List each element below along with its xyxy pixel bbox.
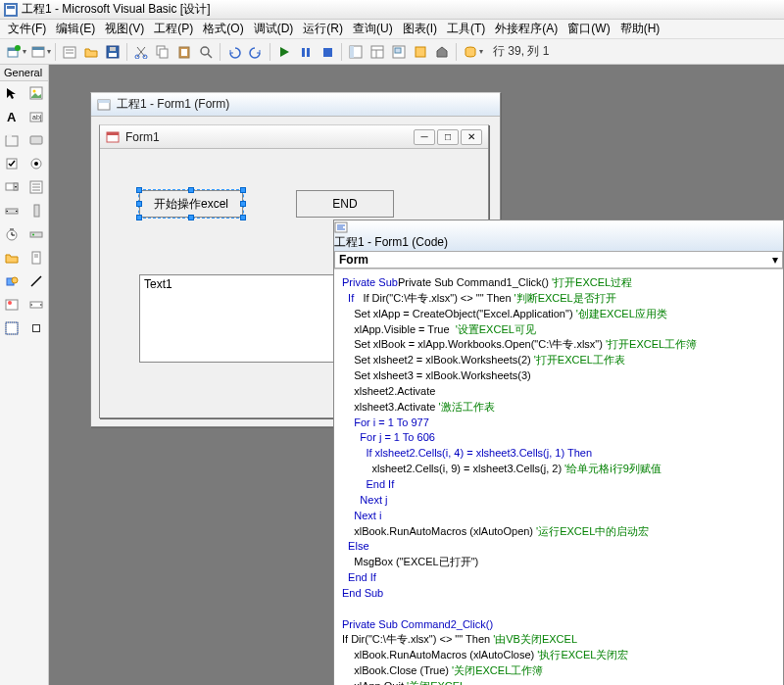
menu-chart[interactable]: 图表(I) xyxy=(399,19,441,39)
form-preview-titlebar[interactable]: Form1 ─ □ ✕ xyxy=(100,125,488,149)
svg-point-66 xyxy=(8,301,12,305)
optionbutton-tool[interactable] xyxy=(24,152,49,175)
toolbox-header: General xyxy=(0,65,48,81)
shape-tool[interactable] xyxy=(0,269,24,293)
menu-project[interactable]: 工程(P) xyxy=(150,19,197,39)
line-tool[interactable] xyxy=(24,269,49,293)
svg-rect-31 xyxy=(395,48,401,53)
image-tool[interactable] xyxy=(0,293,24,317)
svg-rect-26 xyxy=(350,46,354,58)
picturebox-tool[interactable] xyxy=(24,81,49,105)
pause-button[interactable] xyxy=(296,42,316,62)
text1-value: Text1 xyxy=(144,277,172,291)
svg-rect-41 xyxy=(30,136,42,144)
dropdown-icon[interactable]: ▾ xyxy=(47,47,51,56)
command2-button[interactable]: END xyxy=(296,190,394,218)
app-title: 工程1 - Microsoft Visual Basic [设计] xyxy=(22,1,211,18)
mdi-client-area: 工程1 - Form1 (Form) Form1 ─ □ ✕ xyxy=(49,65,784,685)
add-project-button[interactable] xyxy=(4,42,24,62)
pointer-tool[interactable] xyxy=(0,81,24,105)
commandbutton-tool[interactable] xyxy=(24,128,49,152)
menu-debug[interactable]: 调试(D) xyxy=(250,19,298,39)
form-layout-button[interactable] xyxy=(389,42,409,62)
close-button[interactable]: ✕ xyxy=(461,129,482,145)
code-combos: Form▾ xyxy=(334,251,783,269)
svg-rect-52 xyxy=(34,205,39,217)
redo-button[interactable] xyxy=(246,42,266,62)
minimize-button[interactable]: ─ xyxy=(414,129,435,145)
dirlistbox-tool[interactable] xyxy=(0,246,24,269)
listbox-tool[interactable] xyxy=(24,175,49,199)
toolbox-button[interactable] xyxy=(432,42,452,62)
svg-point-63 xyxy=(12,277,18,283)
object-browser-button[interactable] xyxy=(411,42,430,62)
svg-rect-71 xyxy=(33,325,39,331)
hscrollbar-tool[interactable] xyxy=(0,199,24,222)
object-combo-value: Form xyxy=(339,253,368,267)
menu-query[interactable]: 查询(U) xyxy=(349,19,397,39)
svg-rect-68 xyxy=(6,322,18,334)
svg-rect-56 xyxy=(10,228,14,230)
textbox-tool[interactable]: ab| xyxy=(24,105,49,128)
filelistbox-tool[interactable] xyxy=(24,246,49,269)
svg-line-64 xyxy=(31,276,41,286)
dropdown-icon[interactable]: ▾ xyxy=(479,47,483,56)
timer-tool[interactable] xyxy=(0,222,24,246)
svg-rect-65 xyxy=(6,300,18,310)
svg-rect-12 xyxy=(109,53,117,57)
label-tool[interactable]: A xyxy=(0,105,24,128)
data-tool[interactable] xyxy=(24,293,49,317)
unknown-tool[interactable] xyxy=(24,317,49,340)
data-view-button[interactable] xyxy=(461,42,480,62)
project-explorer-button[interactable] xyxy=(346,42,366,62)
separator xyxy=(341,43,342,61)
toolbox-panel: General A ab| xyxy=(0,65,49,685)
menu-addins[interactable]: 外接程序(A) xyxy=(491,19,562,39)
combobox-tool[interactable] xyxy=(0,175,24,199)
form-designer-titlebar[interactable]: 工程1 - Form1 (Form) xyxy=(91,93,500,117)
menu-editor-button[interactable] xyxy=(60,42,79,62)
menu-run[interactable]: 运行(R) xyxy=(299,19,347,39)
menu-file[interactable]: 文件(F) xyxy=(4,19,50,39)
svg-rect-24 xyxy=(323,48,332,57)
command1-button[interactable]: 开始操作excel xyxy=(139,190,243,218)
command1-caption: 开始操作excel xyxy=(154,196,228,213)
separator xyxy=(126,43,127,61)
command2-caption: END xyxy=(332,197,357,211)
form-designer-title: 工程1 - Form1 (Form) xyxy=(117,96,494,113)
checkbox-tool[interactable] xyxy=(0,152,24,175)
text1-textbox[interactable]: Text1 xyxy=(139,274,335,363)
menu-window[interactable]: 窗口(W) xyxy=(564,19,613,39)
copy-button[interactable] xyxy=(153,42,172,62)
menu-edit[interactable]: 编辑(E) xyxy=(52,19,99,39)
run-button[interactable] xyxy=(274,42,294,62)
add-form-button[interactable] xyxy=(28,42,48,62)
menu-view[interactable]: 视图(V) xyxy=(101,19,148,39)
dropdown-icon[interactable]: ▾ xyxy=(23,47,26,56)
vscrollbar-tool[interactable] xyxy=(24,199,49,222)
svg-point-58 xyxy=(32,234,34,236)
svg-rect-57 xyxy=(30,232,42,237)
save-button[interactable] xyxy=(103,42,122,62)
properties-button[interactable] xyxy=(368,42,387,62)
menu-help[interactable]: 帮助(H) xyxy=(616,19,664,39)
maximize-button[interactable]: □ xyxy=(437,129,459,145)
menu-tools[interactable]: 工具(T) xyxy=(443,19,489,39)
code-window[interactable]: 工程1 - Form1 (Code) Form▾ Private SubPriv… xyxy=(333,220,784,685)
code-window-titlebar[interactable]: 工程1 - Form1 (Code) xyxy=(334,220,783,251)
menu-format[interactable]: 格式(O) xyxy=(199,19,247,39)
undo-button[interactable] xyxy=(224,42,244,62)
separator xyxy=(55,43,56,61)
open-button[interactable] xyxy=(81,42,101,62)
frame-tool[interactable] xyxy=(0,128,24,152)
code-editor[interactable]: Private SubPrivate Sub Command1_Click() … xyxy=(334,269,783,685)
stop-button[interactable] xyxy=(318,42,337,62)
ole-tool[interactable] xyxy=(0,317,24,340)
drivelistbox-tool[interactable] xyxy=(24,222,49,246)
cut-button[interactable] xyxy=(131,42,151,62)
svg-rect-13 xyxy=(110,47,116,51)
svg-rect-59 xyxy=(32,252,40,264)
paste-button[interactable] xyxy=(174,42,194,62)
find-button[interactable] xyxy=(196,42,216,62)
object-combo[interactable]: Form▾ xyxy=(334,251,783,269)
